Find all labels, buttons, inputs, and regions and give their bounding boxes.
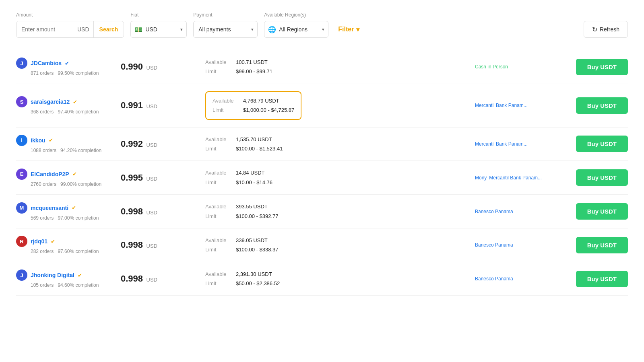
avail-row: Available 100.71 USDT (205, 58, 272, 67)
available-label: Available (205, 236, 229, 245)
avail-inner: Available 100.71 USDT Limit $99.00 - $99… (205, 58, 272, 76)
buy-button[interactable]: Buy USDT (576, 203, 628, 220)
amount-input[interactable] (17, 21, 73, 37)
payment-col: Mercantil Bank Panam... (475, 103, 564, 108)
trader-name-row: E ElCandidoP2P ✔ (16, 169, 121, 180)
trader-stats: 368 orders 97.40% completion (16, 109, 121, 115)
price-currency: USD (147, 142, 157, 148)
filter-button[interactable]: Filter ▾ (335, 21, 363, 38)
filter-btn-group: x Filter ▾ (335, 12, 363, 38)
limit-label: Limit (205, 144, 229, 153)
limit-row: Limit $100.00 - $1,523.41 (205, 144, 283, 153)
offer-list: J JDCambios ✔ 871 orders 99.50% completi… (16, 50, 628, 296)
price-col: 0.990 USD (121, 62, 201, 72)
available-label: Available (205, 135, 229, 144)
limit-label: Limit (205, 212, 229, 221)
offer-row: J Jhonking Digital ✔ 105 orders 94.60% c… (16, 262, 628, 296)
limit-value: $100.00 - $392.77 (236, 212, 279, 221)
filter-bar: Amount USD Search Fiat 💵 USD ▾ Payment A… (16, 8, 628, 46)
buy-button[interactable]: Buy USDT (576, 59, 628, 75)
verified-badge: ✔ (65, 60, 69, 66)
buy-button[interactable]: Buy USDT (576, 97, 628, 114)
avail-inner: Available 2,391.30 USDT Limit $50.00 - $… (205, 269, 280, 288)
price-value: 0.990 (121, 62, 143, 72)
payment-method-tag: Banesco Panama (475, 242, 513, 248)
limit-label: Limit (205, 279, 229, 288)
trader-name[interactable]: ikkou (31, 137, 45, 144)
payment-method-tag: Banesco Panama (475, 209, 513, 214)
avatar: R (16, 236, 27, 247)
payment-method-tag: Mercantil Bank Panam... (475, 141, 528, 147)
buy-button[interactable]: Buy USDT (576, 237, 628, 253)
trader-name-row: I ikkou ✔ (16, 135, 121, 146)
trader-stats: 871 orders 99.50% completion (16, 70, 121, 76)
price-col: 0.998 USD (121, 274, 201, 284)
avail-col: Available 1,535.70 USDT Limit $100.00 - … (201, 135, 475, 154)
buy-col: Buy USDT (564, 271, 628, 287)
price-col: 0.998 USD (121, 240, 201, 250)
available-label: Available (205, 58, 229, 67)
payment-method-tag: Mercantil Bank Panam... (489, 175, 542, 181)
trader-name[interactable]: rjdq01 (31, 238, 47, 245)
trader-name[interactable]: Jhonking Digital (31, 272, 74, 278)
region-label: Available Region(s) (264, 12, 328, 18)
limit-label: Limit (213, 105, 237, 115)
payment-label: Payment (193, 12, 258, 18)
trader-col: E ElCandidoP2P ✔ 2760 orders 99.00% comp… (16, 169, 121, 187)
trader-name[interactable]: ElCandidoP2P (31, 171, 69, 177)
limit-row: Limit $10.00 - $14.76 (205, 178, 272, 187)
limit-value: $99.00 - $99.71 (236, 67, 272, 76)
avail-row: Available 1,535.70 USDT (205, 135, 283, 144)
search-button[interactable]: Search (93, 21, 124, 37)
refresh-button[interactable]: ↻ Refresh (584, 21, 628, 38)
trader-stats: 2760 orders 99.00% completion (16, 181, 121, 187)
payment-col: Banesco Panama (475, 276, 564, 282)
trader-name-row: J JDCambios ✔ (16, 58, 121, 69)
price-value: 0.998 (121, 206, 143, 216)
offer-row: M mcqueensanti ✔ 569 orders 97.00% compl… (16, 195, 628, 228)
payment-col: Mony Mercantil Bank Panam... (475, 175, 564, 181)
buy-button[interactable]: Buy USDT (576, 169, 628, 186)
avail-col: Available 14.84 USDT Limit $10.00 - $14.… (201, 168, 475, 187)
price-currency: USD (147, 277, 157, 283)
avatar: E (16, 169, 27, 180)
limit-label: Limit (205, 245, 229, 254)
orders-count: 1088 orders (31, 148, 56, 153)
limit-label: Limit (205, 67, 229, 76)
limit-row: Limit $99.00 - $99.71 (205, 67, 272, 76)
payment-col: Mercantil Bank Panam... (475, 141, 564, 147)
price-currency: USD (147, 65, 157, 71)
region-group: Available Region(s) 🌐 All Regions ▾ (264, 12, 328, 38)
payment-method-tag: Mercantil Bank Panam... (475, 103, 528, 108)
price-col: 0.998 USD (121, 206, 201, 217)
buy-col: Buy USDT (564, 136, 628, 152)
price-col: 0.995 USD (121, 173, 201, 183)
orders-count: 368 orders (31, 109, 54, 115)
buy-col: Buy USDT (564, 237, 628, 253)
amount-label: Amount (16, 12, 124, 18)
page-wrapper: Amount USD Search Fiat 💵 USD ▾ Payment A… (0, 0, 644, 362)
trader-name[interactable]: JDCambios (31, 60, 62, 66)
trader-col: J JDCambios ✔ 871 orders 99.50% completi… (16, 58, 121, 76)
available-amount: 14.84 USDT (236, 168, 265, 177)
payment-method-tag: Cash in Person (475, 64, 508, 70)
fiat-select[interactable]: USD (130, 21, 187, 38)
trader-col: J Jhonking Digital ✔ 105 orders 94.60% c… (16, 269, 121, 288)
fiat-group: Fiat 💵 USD ▾ (130, 12, 187, 38)
gold-badge: ✔ (51, 239, 55, 245)
trader-col: I ikkou ✔ 1088 orders 94.20% completion (16, 135, 121, 153)
offer-row: S saraisgarcia12 ✔ 368 orders 97.40% com… (16, 84, 628, 128)
trader-name[interactable]: saraisgarcia12 (31, 99, 70, 105)
trader-name[interactable]: mcqueensanti (31, 205, 68, 211)
avail-row: Available 4,768.79 USDT (213, 96, 294, 105)
amount-input-group: USD Search (16, 21, 124, 38)
avail-col: Available 339.05 USDT Limit $100.00 - $3… (201, 236, 475, 255)
orders-count: 2760 orders (31, 181, 56, 187)
buy-button[interactable]: Buy USDT (576, 136, 628, 152)
completion-rate: 94.60% completion (58, 282, 99, 288)
region-select[interactable]: All Regions (264, 21, 328, 38)
payment-select[interactable]: All payments (193, 21, 258, 38)
trader-col: S saraisgarcia12 ✔ 368 orders 97.40% com… (16, 96, 121, 115)
limit-label: Limit (205, 178, 229, 187)
buy-button[interactable]: Buy USDT (576, 271, 628, 287)
